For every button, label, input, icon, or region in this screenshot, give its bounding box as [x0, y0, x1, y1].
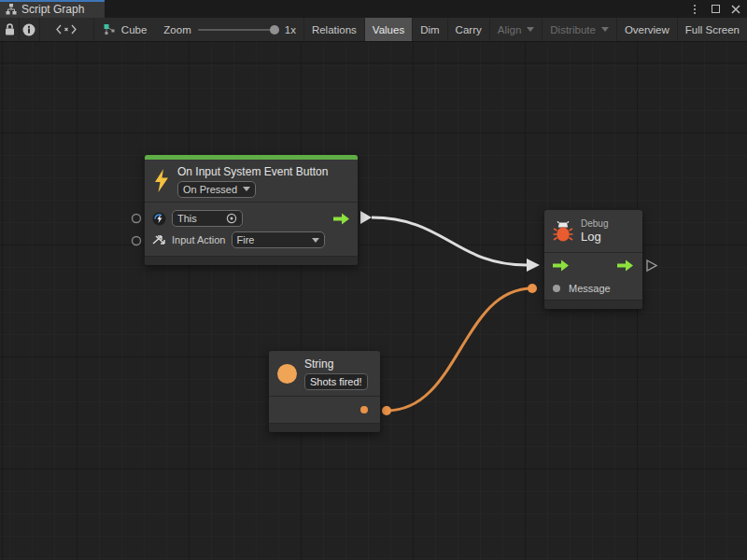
info-icon [22, 23, 35, 36]
graph-icon [104, 23, 116, 35]
hierarchy-icon [6, 4, 17, 15]
bug-icon [553, 221, 573, 242]
node-footer [269, 423, 380, 432]
debug-node-category: Debug [581, 217, 608, 230]
zoom-control: Zoom 1x [156, 18, 303, 41]
node-footer [145, 256, 358, 265]
code-icon [56, 24, 77, 35]
code-view-button[interactable] [40, 18, 94, 41]
breadcrumb[interactable]: Cube [94, 18, 157, 41]
debug-trigger-input-port[interactable] [553, 259, 570, 272]
active-tab-accent [0, 0, 105, 2]
info-button[interactable] [20, 18, 39, 41]
event-mode-dropdown[interactable]: On Pressed [177, 181, 256, 198]
node-string-literal[interactable]: String Shots fired! [269, 351, 380, 432]
tab-label: Script Graph [21, 3, 84, 16]
distribute-label: Distribute [550, 24, 596, 35]
relations-button[interactable]: Relations [304, 18, 365, 41]
chevron-down-icon [312, 238, 319, 243]
close-icon [731, 5, 740, 14]
node-footer [544, 300, 642, 309]
string-type-icon [277, 364, 297, 384]
align-button[interactable]: Align [490, 18, 543, 41]
string-value-input[interactable]: Shots fired! [304, 373, 368, 390]
lightning-icon [153, 169, 170, 192]
lock-icon [5, 23, 15, 35]
values-button[interactable]: Values [365, 18, 413, 41]
zoom-label: Zoom [163, 24, 190, 35]
maximize-icon [712, 5, 720, 13]
debug-trigger-row [544, 253, 642, 277]
zoom-slider-knob[interactable] [270, 25, 279, 35]
align-label: Align [498, 24, 522, 35]
kebab-menu-icon [694, 5, 696, 14]
tab-bar: Script Graph [0, 0, 747, 18]
debug-message-label: Message [569, 283, 611, 294]
event-mode-value: On Pressed [183, 184, 237, 195]
tab-script-graph[interactable]: Script Graph [0, 0, 105, 18]
toolbar-toggle-group: Relations Values Dim Carry Align Distrib… [303, 18, 747, 41]
chevron-down-icon [527, 27, 534, 32]
chevron-down-icon [601, 27, 609, 32]
script-graph-window: Script Graph [0, 0, 747, 560]
close-button[interactable] [728, 2, 743, 17]
debug-message-row: Message [544, 277, 642, 300]
target-icon [226, 213, 237, 224]
maximize-button[interactable] [708, 2, 723, 17]
string-output-port[interactable] [360, 406, 368, 413]
string-node-title: String [304, 357, 368, 371]
node-debug-log[interactable]: Debug Log Message [544, 210, 642, 309]
event-action-value: Fire [237, 234, 255, 245]
value-wire-end-dot [528, 284, 537, 293]
carry-button[interactable]: Carry [448, 18, 490, 41]
dim-button[interactable]: Dim [413, 18, 447, 41]
chevron-down-icon [243, 187, 250, 191]
distribute-button[interactable]: Distribute [543, 18, 617, 41]
debug-trigger-output-port[interactable] [617, 259, 634, 272]
breadcrumb-label: Cube [121, 24, 148, 35]
overview-button[interactable]: Overview [617, 18, 678, 41]
window-menu-button[interactable] [687, 2, 702, 17]
event-action-dropdown[interactable]: Fire [232, 231, 325, 248]
debug-node-title: Log [581, 230, 608, 245]
fullscreen-button[interactable]: Full Screen [678, 18, 747, 41]
event-this-field[interactable]: This [172, 210, 243, 227]
zoom-value: 1x [285, 24, 296, 35]
event-this-value: This [177, 213, 197, 224]
event-this-row: This [152, 208, 350, 229]
lock-button[interactable] [0, 18, 20, 41]
zoom-slider[interactable] [198, 29, 278, 31]
input-action-icon [152, 233, 166, 246]
graph-toolbar: Cube Zoom 1x Relations Values Dim Carry … [0, 18, 747, 42]
event-action-label: Input Action [172, 234, 226, 245]
debug-message-input-port[interactable] [553, 285, 560, 292]
node-on-input-system-event-button[interactable]: On Input System Event Button On Pressed … [145, 155, 358, 265]
event-node-title: On Input System Event Button [177, 164, 328, 179]
self-target-icon [152, 212, 166, 226]
event-action-row: Input Action Fire [152, 230, 350, 250]
event-trigger-output-port[interactable] [333, 213, 350, 225]
window-controls [687, 0, 743, 18]
value-wire-start-dot [382, 406, 391, 415]
